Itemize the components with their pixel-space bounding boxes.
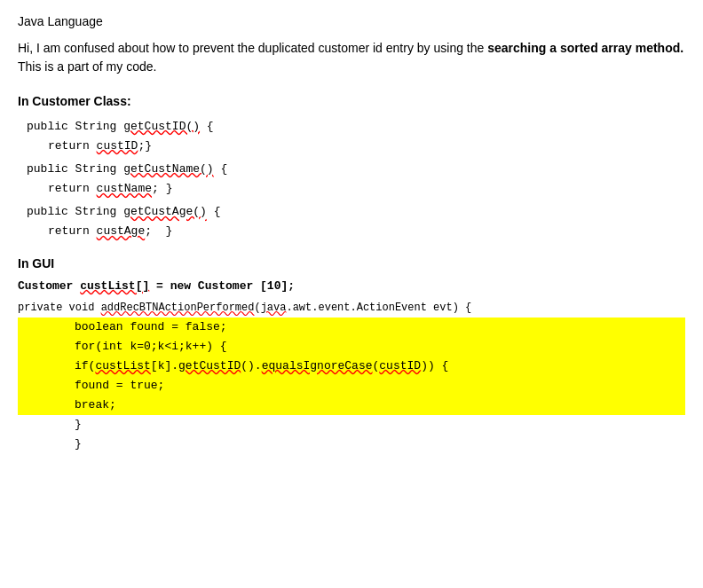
highlighted-line-2: for(int k=0;k<i;k++) { bbox=[18, 337, 685, 357]
intro-paragraph: Hi, I am confused about how to prevent t… bbox=[18, 39, 685, 76]
customer-class-heading: In Customer Class: bbox=[18, 94, 685, 108]
get-cust-age-signature: public String getCustAge() { bbox=[27, 202, 685, 222]
closing-brace-2: } bbox=[18, 435, 685, 454]
page-title: Java Language bbox=[18, 14, 685, 28]
closing-brace-1: } bbox=[18, 415, 685, 435]
highlighted-line-1: boolean found = false; bbox=[18, 318, 685, 337]
customer-list-declaration: Customer custList[] = new Customer [10]; bbox=[18, 279, 685, 293]
intro-text-end: This is a part of my code. bbox=[18, 59, 156, 74]
get-cust-name-signature: public String getCustName() { bbox=[27, 160, 685, 179]
get-cust-id-body: return custID;} bbox=[27, 137, 685, 156]
private-void-line: private void addRecBTNActionPerformed(ja… bbox=[18, 302, 685, 314]
intro-bold-text: searching a sorted array method. bbox=[487, 41, 683, 55]
highlighted-line-5: break; bbox=[18, 396, 685, 415]
get-cust-id-signature: public String getCustID() { bbox=[27, 117, 685, 137]
intro-text-start: Hi, I am confused about how to prevent t… bbox=[18, 41, 487, 55]
gui-section: In GUI Customer custList[] = new Custome… bbox=[18, 256, 685, 455]
gui-heading: In GUI bbox=[18, 256, 685, 270]
customer-class-section: In Customer Class: public String getCust… bbox=[18, 94, 685, 242]
highlighted-line-4: found = true; bbox=[18, 376, 685, 396]
code-block-customer-class: public String getCustID() { return custI… bbox=[27, 117, 685, 242]
get-cust-name-body: return custName; } bbox=[27, 179, 685, 199]
get-cust-age-body: return custAge; } bbox=[27, 222, 685, 241]
highlighted-line-3: if(custList[k].getCustID().equalsIgnoreC… bbox=[18, 357, 685, 376]
